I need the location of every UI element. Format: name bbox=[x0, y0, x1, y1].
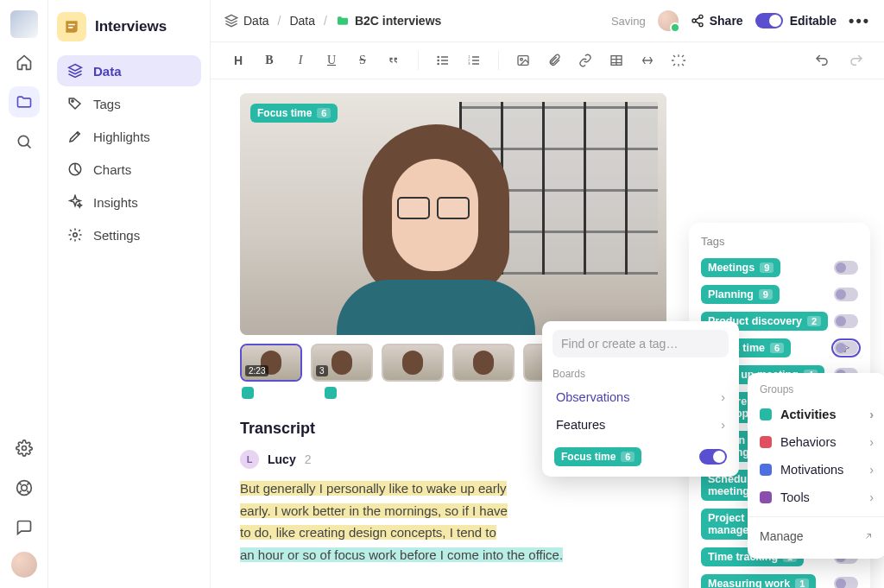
undo-button[interactable] bbox=[808, 47, 836, 74]
project-name: Interviews bbox=[95, 18, 167, 35]
tag-row: Meetings9 bbox=[701, 258, 858, 277]
video-thumbnail[interactable]: 2:23 bbox=[240, 344, 302, 382]
tag-chip[interactable]: Measuring work1 bbox=[701, 574, 816, 588]
external-icon bbox=[863, 531, 874, 541]
sidebar-item-highlights[interactable]: Highlights bbox=[57, 121, 201, 152]
tag-toggle[interactable] bbox=[834, 261, 858, 275]
svg-point-8 bbox=[692, 19, 696, 22]
number-list-button[interactable]: 123 bbox=[460, 47, 488, 74]
svg-point-6 bbox=[73, 233, 78, 237]
magic-button[interactable] bbox=[665, 47, 692, 74]
sidebar-item-data[interactable]: Data bbox=[57, 55, 201, 86]
sidebar-item-charts[interactable]: Charts bbox=[57, 154, 201, 185]
svg-point-7 bbox=[699, 15, 703, 18]
share-button[interactable]: Share bbox=[691, 14, 743, 28]
bullet-list-button[interactable] bbox=[429, 47, 457, 74]
stack-icon bbox=[224, 14, 238, 28]
folder-icon bbox=[336, 14, 350, 28]
crumb-2[interactable]: Data bbox=[289, 14, 315, 28]
video-overlay-tag[interactable]: Focus time6 bbox=[250, 104, 338, 123]
sidebar-item-tags[interactable]: Tags bbox=[57, 88, 201, 119]
sidebar-item-insights[interactable]: Insights bbox=[57, 187, 201, 218]
svg-text:3: 3 bbox=[468, 61, 470, 66]
tag-marker[interactable] bbox=[325, 387, 337, 399]
bold-button[interactable]: B bbox=[256, 47, 283, 74]
divider-button[interactable] bbox=[634, 47, 661, 74]
group-tools[interactable]: Tools› bbox=[748, 484, 884, 511]
groups-heading: Groups bbox=[748, 382, 884, 401]
speaker-avatar: L bbox=[240, 450, 259, 469]
active-tag-chip[interactable]: Focus time 6 bbox=[554, 447, 641, 466]
tag-toggle[interactable] bbox=[834, 314, 858, 328]
svg-point-17 bbox=[521, 58, 523, 60]
save-status: Saving bbox=[611, 15, 646, 28]
active-tag-row: Focus time 6 bbox=[552, 446, 729, 468]
sidebar: Interviews DataTagsHighlightsChartsInsig… bbox=[48, 0, 211, 588]
main: Data / Data / B2C interviews Saving Shar… bbox=[211, 0, 884, 588]
tag-toggle[interactable] bbox=[834, 577, 858, 588]
toggle-icon bbox=[755, 13, 783, 28]
sidebar-item-settings[interactable]: Settings bbox=[57, 219, 201, 250]
image-button[interactable] bbox=[509, 47, 537, 74]
folder-icon[interactable] bbox=[9, 86, 40, 117]
crumb-1[interactable]: Data bbox=[243, 14, 269, 28]
svg-point-4 bbox=[72, 100, 73, 102]
tag-search-input[interactable] bbox=[552, 330, 729, 357]
italic-button[interactable]: I bbox=[287, 47, 314, 74]
comment-icon[interactable] bbox=[9, 512, 40, 543]
redo-button[interactable] bbox=[843, 47, 870, 74]
help-icon[interactable] bbox=[9, 472, 40, 503]
editable-toggle[interactable]: Editable bbox=[755, 13, 837, 28]
tag-row: Planning9 bbox=[701, 285, 858, 304]
more-menu[interactable]: ••• bbox=[849, 12, 870, 30]
video-thumbnail[interactable] bbox=[382, 344, 444, 382]
tag-toggle[interactable] bbox=[834, 341, 858, 355]
board-features[interactable]: Features› bbox=[552, 411, 729, 439]
crumb-folder[interactable]: B2C interviews bbox=[336, 14, 441, 28]
project-icon bbox=[57, 12, 86, 41]
format-toolbar: H B I U S 123 bbox=[211, 41, 884, 79]
svg-point-0 bbox=[18, 136, 28, 146]
manage-groups[interactable]: Manage bbox=[748, 522, 884, 550]
breadcrumb: Data / Data / B2C interviews bbox=[224, 14, 441, 28]
video-player[interactable]: Focus time6 bbox=[240, 93, 666, 335]
tag-chip[interactable]: Meetings9 bbox=[701, 258, 780, 277]
icon-rail bbox=[0, 0, 48, 588]
link-button[interactable] bbox=[571, 47, 599, 74]
user-avatar[interactable] bbox=[11, 552, 37, 578]
group-behaviors[interactable]: Behaviors› bbox=[748, 428, 884, 456]
home-icon[interactable] bbox=[9, 47, 40, 78]
svg-point-3 bbox=[21, 485, 27, 491]
boards-heading: Boards bbox=[552, 368, 729, 380]
tag-popover: Boards Observations› Features› Focus tim… bbox=[542, 321, 739, 477]
tag-enable-toggle[interactable] bbox=[699, 449, 727, 465]
search-icon[interactable] bbox=[9, 126, 40, 157]
group-activities[interactable]: Activities› bbox=[748, 401, 884, 428]
video-thumbnail[interactable] bbox=[452, 344, 515, 382]
strike-button[interactable]: S bbox=[349, 47, 376, 74]
tag-chip[interactable]: Planning9 bbox=[701, 285, 780, 304]
svg-point-1 bbox=[22, 446, 26, 451]
workspace-avatar[interactable] bbox=[10, 10, 38, 38]
tag-row: Measuring work1 bbox=[701, 574, 858, 588]
topbar: Data / Data / B2C interviews Saving Shar… bbox=[211, 0, 884, 41]
svg-point-11 bbox=[438, 60, 439, 60]
svg-point-10 bbox=[438, 56, 439, 57]
quote-button[interactable] bbox=[380, 47, 407, 74]
svg-point-12 bbox=[438, 63, 439, 64]
group-popover: Groups Activities›Behaviors›Motivations›… bbox=[748, 373, 884, 559]
project-title[interactable]: Interviews bbox=[57, 12, 201, 41]
svg-point-9 bbox=[699, 23, 703, 27]
board-observations[interactable]: Observations› bbox=[552, 383, 729, 411]
table-button[interactable] bbox=[603, 47, 630, 74]
gear-icon[interactable] bbox=[9, 433, 40, 464]
tag-marker[interactable] bbox=[242, 387, 254, 399]
group-motivations[interactable]: Motivations› bbox=[748, 456, 884, 484]
presence-avatar[interactable] bbox=[658, 10, 679, 31]
attach-button[interactable] bbox=[540, 47, 568, 74]
tag-toggle[interactable] bbox=[834, 288, 858, 301]
video-thumbnail[interactable]: 3 bbox=[311, 344, 373, 382]
tags-panel-heading: Tags bbox=[701, 235, 858, 248]
heading-button[interactable]: H bbox=[224, 47, 252, 74]
underline-button[interactable]: U bbox=[318, 47, 345, 74]
